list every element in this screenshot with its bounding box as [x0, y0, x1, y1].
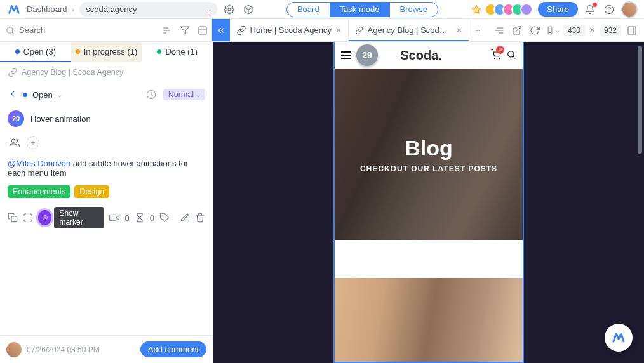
video-icon[interactable] [109, 212, 119, 223]
help-fab[interactable] [605, 324, 633, 352]
task-breadcrumb[interactable]: Agency Blog | Scoda Agency [0, 62, 213, 82]
people-icon[interactable] [8, 136, 22, 150]
tab-home[interactable]: Home | Scoda Agency ✕ [230, 19, 349, 41]
sort-icon[interactable] [158, 19, 176, 42]
svg-rect-16 [548, 27, 552, 34]
panels-icon[interactable] [625, 23, 639, 37]
post-image[interactable] [335, 278, 523, 363]
task-tags: Enhancements Design [0, 182, 213, 202]
svg-point-0 [228, 8, 231, 11]
star-icon[interactable] [469, 3, 483, 16]
project-name: scoda.agency [86, 4, 137, 14]
svg-point-23 [43, 216, 47, 220]
tag-icon[interactable] [159, 212, 170, 223]
profile-avatar[interactable] [621, 1, 638, 18]
layout-icon[interactable] [194, 19, 211, 42]
align-icon[interactable] [492, 23, 506, 37]
tab-strip: Home | Scoda Agency ✕ Agency Blog | Scod… [230, 19, 644, 41]
app-logo[interactable] [6, 2, 22, 17]
task-description[interactable]: @Miles Donovan add subtle hover animatio… [0, 155, 213, 182]
hero-title: Blog [405, 136, 453, 161]
svg-rect-26 [110, 214, 116, 220]
site-brand[interactable]: Scoda. [400, 48, 442, 63]
mention[interactable]: @Miles Donovan [8, 159, 70, 168]
trash-icon[interactable] [195, 212, 205, 223]
svg-point-28 [494, 58, 495, 58]
cube-icon[interactable] [241, 3, 255, 16]
tag-enhancements[interactable]: Enhancements [8, 185, 70, 198]
svg-point-21 [11, 139, 15, 142]
svg-marker-9 [180, 27, 189, 34]
edit-icon[interactable] [180, 212, 190, 223]
task-actions: Show marker 0 0 [0, 202, 213, 234]
top-bar: Dashboard › scoda.agency ⌵ Board Task mo… [0, 0, 644, 19]
close-icon[interactable]: ✕ [335, 26, 342, 35]
mode-browse[interactable]: Browse [390, 3, 438, 16]
scan-icon[interactable] [23, 212, 33, 223]
svg-rect-22 [11, 216, 17, 222]
svg-point-30 [508, 51, 514, 56]
viewport-width[interactable]: 430 [563, 25, 585, 36]
svg-point-4 [7, 27, 13, 32]
x-icon: ✕ [589, 25, 596, 35]
task-subheader: Open ⌵ Normal⌵ [0, 82, 213, 107]
tag-design[interactable]: Design [74, 185, 109, 198]
status-done[interactable]: Done (1) [142, 42, 213, 62]
search-icon [5, 25, 15, 36]
project-selector[interactable]: scoda.agency ⌵ [79, 2, 217, 16]
search-field[interactable] [0, 19, 158, 41]
clock-icon[interactable] [144, 88, 158, 102]
svg-point-29 [499, 58, 500, 58]
add-assignee-button[interactable]: + [27, 136, 39, 149]
svg-line-15 [516, 27, 521, 31]
tab-blog[interactable]: Agency Blog | Scoda Age... ✕ [349, 19, 469, 41]
tab-label: Agency Blog | Scoda Age... [368, 25, 452, 35]
collapse-sidebar-button[interactable] [212, 19, 230, 41]
menu-icon[interactable] [341, 51, 351, 59]
status-open[interactable]: Open (3) [0, 42, 71, 62]
open-external-icon[interactable] [510, 23, 524, 37]
status-inprogress[interactable]: In progress (1) [71, 42, 142, 62]
refresh-icon[interactable] [528, 23, 542, 37]
share-button[interactable]: Share [538, 2, 578, 16]
search-icon[interactable] [506, 50, 516, 62]
help-icon[interactable] [602, 3, 616, 16]
collaborator-avatars[interactable] [488, 3, 533, 16]
copy-icon[interactable] [8, 212, 18, 223]
hourglass-icon[interactable] [135, 212, 145, 223]
svg-point-2 [605, 5, 613, 13]
breadcrumb-dashboard[interactable]: Dashboard [27, 4, 67, 14]
show-marker-tooltip: Show marker [54, 207, 104, 228]
link-icon [8, 67, 18, 77]
comment-avatar [6, 342, 22, 357]
status-label[interactable]: Open [32, 90, 53, 100]
priority-selector[interactable]: Normal⌵ [163, 89, 205, 100]
assignee-row: + [0, 131, 213, 155]
device-icon[interactable]: ⌵ [546, 23, 560, 37]
cart-icon[interactable]: 3 [491, 50, 501, 62]
mode-task[interactable]: Task mode [330, 3, 390, 16]
viewport-height[interactable]: 932 [600, 25, 621, 36]
task-panel: Open (3) In progress (1) Done (1) Agency… [0, 42, 213, 363]
device-frame[interactable]: 29 Scoda. 3 Blog CHECKOUT OUR LATEST POS… [333, 42, 524, 363]
add-comment-button[interactable]: Add comment [140, 341, 206, 357]
chevron-right-icon: › [72, 6, 75, 13]
notifications-icon[interactable] [583, 3, 597, 16]
marker-bubble[interactable]: 29 [356, 44, 378, 66]
settings-icon[interactable] [222, 3, 236, 16]
preview-area: 29 Scoda. 3 Blog CHECKOUT OUR LATEST POS… [213, 42, 644, 363]
task-title[interactable]: Hover animation [30, 114, 91, 124]
marker-icon[interactable] [38, 210, 51, 225]
search-input[interactable] [19, 25, 153, 35]
chevron-down-icon[interactable]: ⌵ [58, 91, 62, 98]
link-icon [355, 25, 364, 36]
svg-marker-1 [473, 5, 481, 13]
close-icon[interactable]: ✕ [456, 26, 462, 35]
filter-icon[interactable] [176, 19, 194, 42]
back-button[interactable] [8, 89, 18, 101]
scrollbar-thumb[interactable] [638, 46, 642, 154]
mode-board[interactable]: Board [287, 3, 330, 16]
add-tab-button[interactable]: ＋ [469, 25, 487, 36]
status-tabs: Open (3) In progress (1) Done (1) [0, 42, 213, 62]
svg-marker-25 [116, 216, 119, 220]
